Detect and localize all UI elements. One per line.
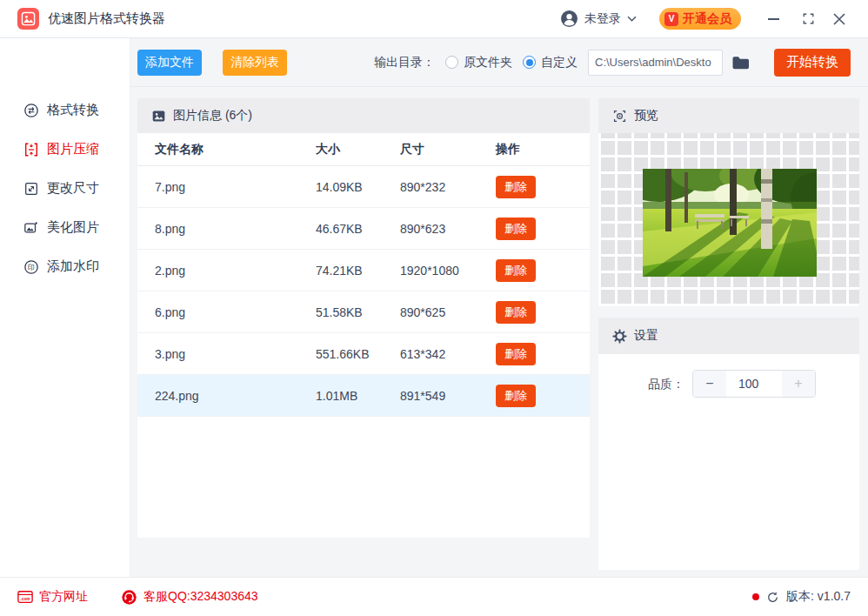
gear-icon (612, 329, 627, 344)
login-status-label: 未登录 (584, 11, 621, 27)
chevron-down-icon (627, 16, 637, 22)
delete-button[interactable]: 删除 (496, 176, 536, 198)
delete-button[interactable]: 删除 (496, 385, 536, 407)
sidebar-item-label: 更改尺寸 (47, 180, 99, 197)
format-convert-icon (23, 103, 39, 118)
file-name-cell: 3.png (137, 347, 316, 361)
open-vip-label: 开通会员 (683, 11, 731, 27)
sidebar-item-label: 添加水印 (47, 258, 99, 275)
file-size-cell: 46.67KB (316, 222, 400, 236)
svg-text:印: 印 (28, 263, 35, 271)
sidebar-item-image-compress[interactable]: 图片压缩 (0, 130, 130, 169)
output-path-input[interactable] (588, 50, 723, 76)
customer-service-label: 客服QQ:3234303643 (144, 589, 258, 605)
resize-icon (23, 181, 39, 197)
add-watermark-icon: 印 (23, 259, 39, 275)
file-dimensions-cell: 890*625 (400, 305, 496, 319)
file-list-panel: 图片信息 (6个) 文件名称 大小 尺寸 操作 7.png14.09KB890*… (137, 98, 590, 538)
app-window: 优速图片格式转换器 未登录 V 开通会员 (0, 0, 868, 616)
radio-original-circle[interactable] (445, 56, 458, 69)
file-size-cell: 74.21KB (316, 264, 400, 278)
radio-custom-circle[interactable] (523, 56, 536, 69)
file-action-cell: 删除 (496, 176, 590, 198)
quality-decrease-button[interactable]: − (693, 371, 726, 397)
delete-button[interactable]: 删除 (496, 301, 536, 324)
title-bar: 优速图片格式转换器 未登录 V 开通会员 (0, 0, 868, 38)
image-info-icon (151, 109, 166, 124)
radio-original-label: 原文件夹 (464, 55, 512, 70)
quality-input[interactable] (726, 371, 782, 397)
beautify-image-icon (23, 220, 39, 236)
preview-header: 预览 (598, 98, 859, 133)
sidebar: 格式转换 图片压缩 更改尺寸 (0, 38, 130, 577)
customer-service-link[interactable]: 客服QQ:3234303643 (121, 589, 258, 606)
sidebar-item-watermark[interactable]: 印 添加水印 (0, 247, 130, 286)
sidebar-item-label: 格式转换 (47, 102, 99, 118)
settings-header: 设置 (598, 318, 859, 354)
open-vip-button[interactable]: V 开通会员 (659, 8, 741, 30)
official-website-label: 官方网址 (39, 589, 88, 605)
maximize-button[interactable] (795, 6, 821, 32)
quality-stepper: − + (692, 370, 816, 398)
sidebar-item-label: 美化图片 (47, 219, 99, 236)
radio-original-folder[interactable]: 原文件夹 (445, 55, 512, 70)
table-row[interactable]: 224.png1.01MB891*549删除 (137, 375, 590, 417)
minimize-button[interactable] (760, 6, 786, 32)
version-value: v1.0.7 (818, 589, 851, 603)
file-size-cell: 14.09KB (316, 180, 400, 194)
file-dimensions-cell: 890*623 (400, 222, 496, 236)
file-action-cell: 删除 (496, 218, 590, 240)
add-files-button[interactable]: 添加文件 (137, 50, 202, 76)
version-text: 版本: v1.0.7 (786, 589, 851, 605)
minimize-icon (768, 18, 779, 20)
file-size-cell: 551.66KB (316, 347, 400, 361)
close-button[interactable] (826, 6, 852, 32)
table-row[interactable]: 6.png51.58KB890*625删除 (137, 291, 590, 333)
folder-icon (731, 55, 750, 70)
svg-text:.com: .com (20, 597, 30, 601)
status-dot (752, 593, 759, 600)
clear-list-button[interactable]: 清除列表 (223, 50, 287, 76)
app-logo-icon (17, 8, 39, 30)
file-dimensions-cell: 1920*1080 (400, 264, 496, 278)
sidebar-item-beautify[interactable]: 美化图片 (0, 208, 130, 247)
preview-area (598, 133, 859, 306)
file-list-header: 图片信息 (6个) (137, 98, 590, 133)
toolbar: 添加文件 清除列表 输出目录： 原文件夹 自定义 开始转换 (130, 38, 868, 87)
file-dimensions-cell: 891*549 (400, 389, 496, 403)
check-update-icon[interactable] (766, 591, 779, 604)
sidebar-item-format-convert[interactable]: 格式转换 (0, 90, 130, 130)
radio-custom-folder[interactable]: 自定义 (523, 55, 578, 70)
right-panel: 预览 (598, 98, 859, 570)
headset-icon (121, 589, 137, 606)
sidebar-item-resize[interactable]: 更改尺寸 (0, 169, 130, 208)
settings-title: 设置 (634, 328, 658, 344)
preview-icon (612, 109, 627, 124)
delete-button[interactable]: 删除 (496, 259, 536, 282)
panel-gap (598, 306, 859, 318)
delete-button[interactable]: 删除 (496, 343, 536, 365)
table-row[interactable]: 2.png74.21KB1920*1080删除 (137, 250, 590, 291)
table-header-row: 文件名称 大小 尺寸 操作 (137, 133, 590, 166)
browse-folder-button[interactable] (731, 55, 750, 70)
table-row[interactable]: 8.png46.67KB890*623删除 (137, 208, 590, 250)
output-dir-label: 输出目录： (374, 55, 435, 70)
start-convert-button[interactable]: 开始转换 (774, 49, 851, 77)
maximize-icon (802, 12, 815, 25)
column-file-name: 文件名称 (137, 142, 316, 157)
file-action-cell: 删除 (496, 301, 590, 324)
delete-button[interactable]: 删除 (496, 218, 536, 240)
file-action-cell: 删除 (496, 343, 590, 365)
preview-image[interactable] (643, 169, 817, 277)
file-action-cell: 删除 (496, 385, 590, 407)
quality-label: 品质： (648, 370, 684, 398)
sidebar-item-label: 图片压缩 (47, 141, 99, 157)
column-size: 大小 (316, 142, 400, 157)
table-row[interactable]: 3.png551.66KB613*342删除 (137, 333, 590, 375)
quality-increase-button[interactable]: + (782, 371, 815, 397)
radio-custom-label: 自定义 (541, 55, 578, 70)
official-website-link[interactable]: .com 官方网址 (17, 589, 88, 605)
table-row[interactable]: 7.png14.09KB890*232删除 (137, 166, 590, 208)
file-dimensions-cell: 613*342 (400, 347, 496, 361)
login-menu[interactable]: 未登录 (560, 10, 637, 28)
